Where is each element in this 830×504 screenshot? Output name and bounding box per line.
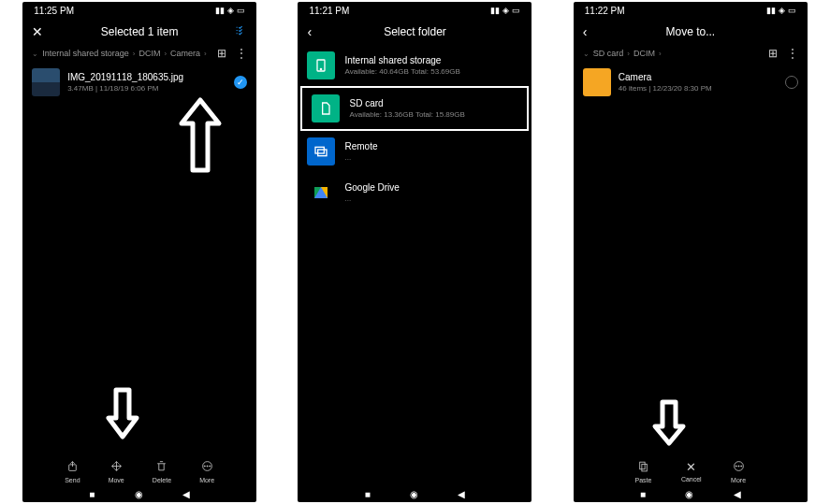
svg-rect-10 [642, 464, 647, 471]
nav-recents-icon[interactable]: ■ [365, 489, 371, 499]
arrow-down-annotation [646, 395, 692, 451]
breadcrumb-part[interactable]: DCIM [138, 49, 160, 58]
back-icon[interactable]: ‹ [307, 24, 312, 39]
more-button[interactable]: More [199, 460, 214, 483]
nav-bar: ■ ◉ ◀ [574, 485, 808, 502]
storage-sdcard[interactable]: SD card Available: 13.36GB Total: 15.89G… [300, 86, 529, 131]
send-button[interactable]: Send [65, 460, 80, 483]
status-bar: 11:22 PM ▮▮ ◈ ▭ [574, 2, 808, 19]
breadcrumb-part[interactable]: DCIM [633, 49, 655, 58]
storage-name: Google Drive [344, 182, 522, 193]
storage-meta: ... [344, 153, 522, 162]
breadcrumb-part[interactable]: Internal shared storage [42, 49, 129, 58]
nav-home-icon[interactable]: ◉ [135, 489, 143, 499]
wifi-icon: ◈ [502, 6, 509, 15]
delete-icon [155, 460, 167, 475]
select-all-icon[interactable] [235, 24, 247, 39]
remote-icon [307, 137, 335, 166]
more-icon[interactable]: ⋮ [236, 47, 247, 60]
more-button[interactable]: More [731, 460, 746, 483]
page-title: Selected 1 item [101, 25, 179, 38]
chevron-down-icon: ⌄ [32, 50, 38, 58]
header: ‹ Select folder [298, 19, 531, 45]
action-label: Send [65, 477, 80, 483]
nav-home-icon[interactable]: ◉ [685, 489, 693, 499]
screen-1: 11:25 PM ▮▮ ◈ ▭ ✕ Selected 1 item ⌄ Inte… [22, 2, 256, 502]
nav-recents-icon[interactable]: ■ [89, 489, 95, 499]
send-icon [66, 460, 79, 475]
storage-info: SD card Available: 13.36GB Total: 15.89G… [349, 98, 517, 119]
status-bar: 11:25 PM ▮▮ ◈ ▭ [22, 2, 256, 19]
battery-icon: ▭ [788, 6, 796, 15]
gdrive-icon [307, 179, 335, 207]
svg-point-13 [738, 466, 739, 467]
storage-internal[interactable]: Internal shared storage Available: 40.64… [298, 45, 531, 86]
cancel-icon: ✕ [686, 460, 696, 474]
storage-name: Internal shared storage [344, 55, 522, 65]
nav-home-icon[interactable]: ◉ [410, 489, 418, 499]
battery-icon: ▭ [237, 6, 245, 15]
storage-info: Remote ... [344, 141, 522, 162]
bottom-action-bar: Paste ✕ Cancel More [574, 460, 808, 483]
storage-gdrive[interactable]: Google Drive ... [298, 172, 531, 213]
status-bar: 11:21 PM ▮▮ ◈ ▭ [298, 2, 531, 19]
status-icons: ▮▮ ◈ ▭ [766, 6, 796, 15]
folder-row[interactable]: Camera 46 items | 12/23/20 8:30 PM [574, 62, 808, 103]
file-row[interactable]: IMG_20191118_180635.jpg 3.47MB | 11/18/1… [22, 62, 256, 103]
grid-view-icon[interactable]: ⊞ [768, 47, 778, 60]
svg-point-4 [209, 466, 210, 467]
storage-info: Google Drive ... [344, 182, 522, 203]
cancel-button[interactable]: ✕ Cancel [681, 460, 702, 483]
svg-point-3 [207, 466, 208, 467]
screen-3: 11:22 PM ▮▮ ◈ ▭ ‹ Move to... ⌄ SD card ›… [574, 2, 808, 502]
svg-point-2 [204, 466, 205, 467]
more-icon [733, 460, 745, 475]
nav-back-icon[interactable]: ◀ [458, 489, 465, 499]
svg-point-12 [735, 466, 736, 467]
radio-unchecked-icon[interactable] [785, 76, 798, 89]
wifi-icon: ◈ [779, 6, 785, 15]
checkbox-checked-icon[interactable]: ✓ [234, 76, 247, 89]
arrow-up-annotation [172, 91, 228, 180]
move-icon [110, 460, 123, 475]
nav-recents-icon[interactable]: ■ [640, 489, 646, 499]
svg-point-14 [740, 466, 741, 467]
breadcrumb[interactable]: ⌄ Internal shared storage › DCIM › Camer… [22, 45, 256, 62]
file-meta: 3.47MB | 11/18/19 6:06 PM [67, 84, 226, 93]
storage-remote[interactable]: Remote ... [298, 131, 531, 172]
folder-meta: 46 items | 12/23/20 8:30 PM [619, 84, 778, 93]
time: 11:21 PM [309, 6, 349, 16]
action-label: Move [109, 477, 124, 483]
screen-2: 11:21 PM ▮▮ ◈ ▭ ‹ Select folder Internal… [298, 2, 531, 502]
action-label: More [199, 477, 214, 483]
action-label: Delete [153, 477, 171, 483]
header: ✕ Selected 1 item [22, 19, 256, 45]
move-button[interactable]: Move [109, 460, 124, 483]
nav-back-icon[interactable]: ◀ [734, 489, 741, 499]
sdcard-icon [312, 94, 340, 122]
storage-info: Internal shared storage Available: 40.64… [344, 55, 522, 76]
paste-button[interactable]: Paste [635, 460, 652, 483]
paste-icon [637, 460, 649, 475]
status-icons: ▮▮ ◈ ▭ [215, 6, 245, 15]
breadcrumb[interactable]: ⌄ SD card › DCIM › ⊞ ⋮ [574, 45, 808, 62]
svg-point-6 [321, 68, 322, 69]
file-name: IMG_20191118_180635.jpg [67, 72, 226, 82]
nav-back-icon[interactable]: ◀ [182, 489, 190, 499]
breadcrumb-part[interactable]: SD card [593, 49, 624, 58]
breadcrumb-part[interactable]: Camera [170, 49, 200, 58]
arrow-down-annotation [99, 381, 146, 446]
time: 11:25 PM [34, 6, 74, 16]
close-icon[interactable]: ✕ [32, 24, 43, 39]
signal-icon: ▮▮ [490, 6, 500, 15]
header: ‹ Move to... [574, 19, 808, 45]
grid-view-icon[interactable]: ⊞ [217, 47, 226, 60]
delete-button[interactable]: Delete [153, 460, 171, 483]
more-icon[interactable]: ⋮ [787, 47, 798, 60]
time: 11:22 PM [585, 6, 625, 16]
page-title: Select folder [384, 25, 446, 38]
storage-name: Remote [344, 141, 522, 151]
storage-meta: Available: 13.36GB Total: 15.89GB [349, 110, 517, 119]
back-icon[interactable]: ‹ [583, 24, 588, 39]
action-label: Paste [635, 477, 652, 483]
